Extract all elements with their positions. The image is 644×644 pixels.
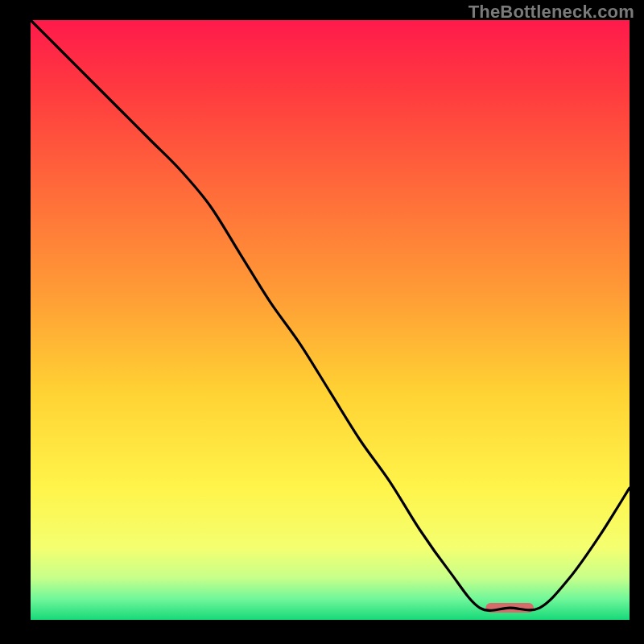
- watermark-text: TheBottleneck.com: [469, 2, 634, 23]
- bottleneck-chart: [0, 0, 644, 644]
- chart-frame: TheBottleneck.com: [0, 0, 644, 644]
